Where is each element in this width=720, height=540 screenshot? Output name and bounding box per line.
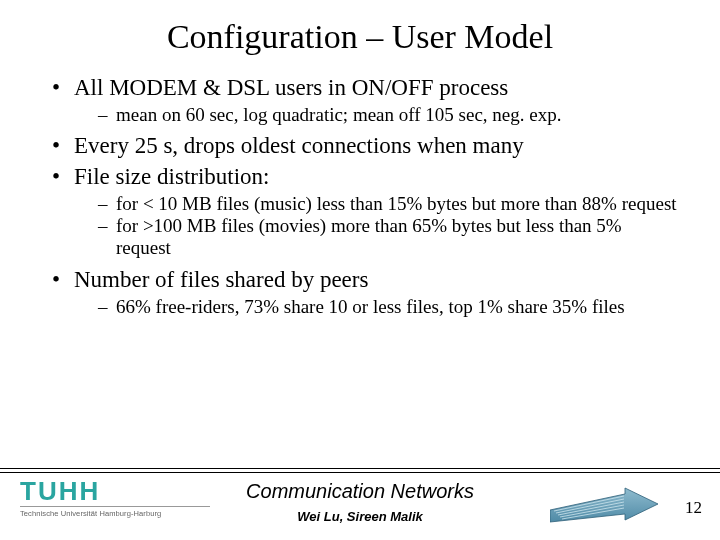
bullet-list: All MODEM & DSL users in ON/OFF process … [40,74,680,318]
bullet-text: All MODEM & DSL users in ON/OFF process [74,75,508,100]
divider [0,468,720,469]
bullet-text: Every 25 s, drops oldest connections whe… [74,133,524,158]
sub-bullet-item: for >100 MB files (movies) more than 65%… [98,215,680,260]
slide-footer: TUHH Technische Universität Hamburg-Harb… [0,468,720,540]
bullet-item: All MODEM & DSL users in ON/OFF process … [52,74,680,126]
sub-bullet-item: for < 10 MB files (music) less than 15% … [98,193,680,215]
decorative-arrow-icon [550,482,660,526]
sub-bullet-text: for < 10 MB files (music) less than 15% … [116,193,677,214]
bullet-item: Every 25 s, drops oldest connections whe… [52,132,680,160]
page-number: 12 [685,498,702,518]
divider [0,472,720,473]
sub-bullet-list: mean on 60 sec, log quadratic; mean off … [74,104,680,126]
sub-bullet-item: 66% free-riders, 73% share 10 or less fi… [98,296,680,318]
bullet-text: File size distribution: [74,164,270,189]
svg-marker-0 [550,488,658,522]
sub-bullet-list: 66% free-riders, 73% share 10 or less fi… [74,296,680,318]
sub-bullet-text: 66% free-riders, 73% share 10 or less fi… [116,296,625,317]
bullet-item: Number of files shared by peers 66% free… [52,266,680,318]
bullet-item: File size distribution: for < 10 MB file… [52,163,680,260]
sub-bullet-item: mean on 60 sec, log quadratic; mean off … [98,104,680,126]
sub-bullet-text: for >100 MB files (movies) more than 65%… [116,215,622,258]
sub-bullet-text: mean on 60 sec, log quadratic; mean off … [116,104,561,125]
sub-bullet-list: for < 10 MB files (music) less than 15% … [74,193,680,260]
bullet-text: Number of files shared by peers [74,267,368,292]
slide-title: Configuration – User Model [40,18,680,56]
slide: Configuration – User Model All MODEM & D… [0,0,720,540]
